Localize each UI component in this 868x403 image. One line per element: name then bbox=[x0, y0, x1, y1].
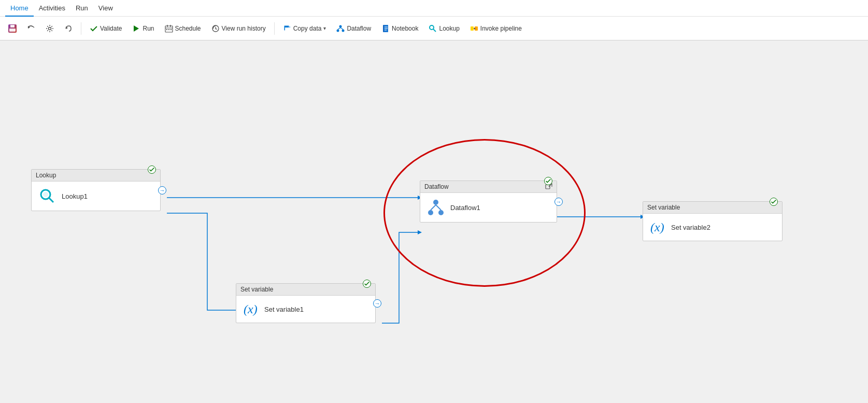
run-play-icon bbox=[132, 24, 140, 33]
schedule-button[interactable]: Schedule bbox=[161, 20, 205, 37]
menu-run[interactable]: Run bbox=[70, 0, 93, 17]
separator-1 bbox=[81, 22, 81, 35]
lookup1-node[interactable]: Lookup Lookup1 → bbox=[31, 169, 161, 211]
lookup-toolbar-button[interactable]: Lookup bbox=[424, 20, 463, 37]
dataflow1-body: Dataflow1 bbox=[420, 193, 557, 222]
save-icon bbox=[8, 24, 17, 33]
dataflow1-header: Dataflow bbox=[420, 181, 557, 193]
dataflow-label: Dataflow bbox=[347, 25, 371, 32]
properties-button[interactable] bbox=[41, 20, 58, 37]
svg-line-25 bbox=[340, 27, 343, 29]
setvariable2-title: Set variable bbox=[647, 204, 680, 211]
toolbar: Validate Run Schedule bbox=[0, 17, 868, 40]
copy-data-label: Copy data bbox=[293, 25, 322, 32]
lookup1-label: Lookup1 bbox=[62, 192, 88, 200]
svg-rect-2 bbox=[9, 29, 16, 32]
lookup1-title: Lookup bbox=[36, 172, 56, 179]
setvariable1-node-icon: (x) bbox=[243, 301, 259, 317]
undo-button[interactable] bbox=[60, 20, 77, 37]
lookup-toolbar-icon bbox=[429, 24, 437, 33]
history-icon bbox=[211, 24, 220, 33]
dataflow1-node-icon bbox=[426, 198, 445, 217]
setvariable1-label: Set variable1 bbox=[264, 305, 304, 313]
notebook-button[interactable]: Notebook bbox=[377, 20, 422, 37]
separator-2 bbox=[274, 22, 275, 35]
schedule-icon bbox=[165, 24, 173, 33]
svg-text:(x): (x) bbox=[650, 220, 664, 234]
validate-label: Validate bbox=[100, 25, 122, 32]
setvariable2-body: (x) Set variable2 bbox=[643, 214, 782, 241]
svg-rect-13 bbox=[170, 29, 172, 30]
dataflow1-arrow-connector: → bbox=[554, 198, 563, 206]
svg-point-22 bbox=[337, 29, 339, 32]
svg-rect-11 bbox=[166, 29, 167, 30]
validate-check-icon bbox=[90, 24, 98, 33]
setvariable2-node[interactable]: Set variable (x) Set variable2 bbox=[643, 201, 782, 241]
setvariable2-header: Set variable bbox=[643, 202, 782, 214]
dataflow-toolbar-icon bbox=[336, 24, 345, 33]
svg-marker-38 bbox=[418, 230, 422, 234]
dataflow1-label: Dataflow1 bbox=[450, 204, 480, 212]
svg-rect-33 bbox=[471, 26, 474, 31]
copy-data-dropdown-icon[interactable]: ▾ bbox=[323, 25, 326, 31]
pipeline-canvas[interactable]: Lookup Lookup1 → Set variable bbox=[0, 40, 868, 403]
lookup1-body: Lookup1 bbox=[32, 182, 160, 211]
svg-line-32 bbox=[433, 29, 436, 32]
undo-redo-icon bbox=[27, 24, 35, 33]
setvariable1-node[interactable]: Set variable (x) Set variable1 → bbox=[236, 283, 376, 323]
setvariable2-label: Set variable2 bbox=[671, 224, 710, 231]
svg-point-47 bbox=[428, 210, 433, 215]
svg-marker-6 bbox=[134, 25, 139, 32]
menu-activities[interactable]: Activities bbox=[34, 0, 70, 17]
svg-rect-12 bbox=[168, 29, 169, 30]
undo-redo-button[interactable] bbox=[23, 20, 39, 37]
invoke-pipeline-icon bbox=[470, 24, 478, 33]
setvariable1-title: Set variable bbox=[240, 286, 273, 293]
lookup1-header: Lookup bbox=[32, 170, 160, 182]
svg-line-42 bbox=[49, 198, 53, 202]
copy-data-button[interactable]: Copy data ▾ bbox=[279, 20, 331, 37]
svg-line-50 bbox=[436, 205, 441, 210]
svg-line-24 bbox=[338, 27, 340, 29]
svg-text:(x): (x) bbox=[244, 302, 258, 316]
validate-button[interactable]: Validate bbox=[86, 20, 126, 37]
svg-point-46 bbox=[433, 200, 438, 205]
copy-data-icon bbox=[283, 24, 291, 33]
svg-point-31 bbox=[430, 25, 434, 30]
menu-view[interactable]: View bbox=[93, 0, 118, 17]
gear-icon bbox=[46, 24, 54, 33]
svg-point-48 bbox=[438, 210, 444, 215]
setvariable1-arrow-connector: → bbox=[373, 299, 381, 308]
run-label: Run bbox=[143, 25, 154, 32]
dataflow1-node[interactable]: Dataflow bbox=[420, 180, 557, 223]
svg-rect-1 bbox=[10, 25, 15, 27]
save-button[interactable] bbox=[4, 20, 21, 37]
view-run-history-label: View run history bbox=[222, 25, 266, 32]
view-run-history-button[interactable]: View run history bbox=[207, 20, 270, 37]
menu-bar: Home Activities Run View bbox=[0, 0, 868, 17]
dataflow1-title: Dataflow bbox=[424, 183, 449, 190]
schedule-label: Schedule bbox=[175, 25, 201, 32]
undo-icon bbox=[64, 24, 73, 33]
invoke-pipeline-label: Invoke pipeline bbox=[480, 25, 522, 32]
notebook-icon bbox=[381, 24, 390, 33]
menu-home[interactable]: Home bbox=[5, 0, 34, 17]
svg-point-4 bbox=[49, 27, 51, 30]
lookup1-arrow-connector: → bbox=[158, 186, 166, 194]
dataflow-button[interactable]: Dataflow bbox=[332, 20, 375, 37]
lookup1-node-icon bbox=[38, 187, 56, 205]
lookup-toolbar-label: Lookup bbox=[439, 25, 459, 32]
setvariable1-header: Set variable bbox=[236, 284, 375, 296]
svg-line-49 bbox=[431, 205, 436, 210]
invoke-pipeline-button[interactable]: Invoke pipeline bbox=[466, 20, 526, 37]
setvariable1-body: (x) Set variable1 bbox=[236, 296, 375, 323]
notebook-label: Notebook bbox=[392, 25, 418, 32]
svg-point-21 bbox=[339, 25, 342, 27]
svg-point-41 bbox=[43, 192, 48, 197]
svg-point-23 bbox=[342, 29, 345, 32]
run-button[interactable]: Run bbox=[128, 20, 158, 37]
setvariable2-node-icon: (x) bbox=[649, 219, 666, 235]
